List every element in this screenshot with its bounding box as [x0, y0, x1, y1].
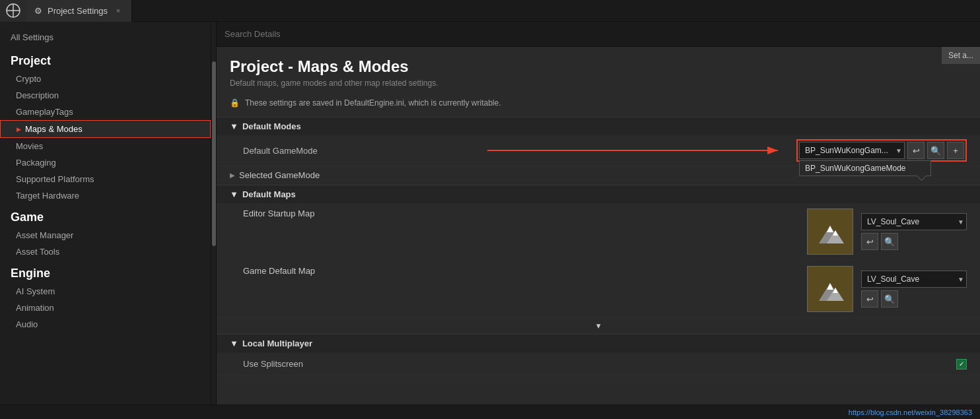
gamemode-dropdown[interactable]: BP_SunWuKongGam... [799, 142, 905, 159]
lock-icon: 🔒 [230, 98, 240, 108]
gamemode-dropdown-wrapper: BP_SunWuKongGam... ▼ [799, 142, 905, 159]
gear-icon: ⚙ [34, 6, 42, 16]
app-logo [0, 0, 26, 22]
maps-collapse-icon: ▼ [230, 189, 238, 199]
editor-startup-map-row: Editor Startup Map [217, 203, 980, 261]
status-bar: https://blog.csdn.net/weixin_38298363 [0, 404, 980, 419]
sidebar-item-supported-platforms[interactable]: Supported Platforms [0, 171, 211, 187]
search-bar [217, 22, 980, 47]
sidebar-item-maps-modes[interactable]: Maps & Modes [0, 120, 211, 138]
local-multiplayer-section: ▼ Local Multiplayer Use Splitscreen ✓ [217, 334, 980, 376]
settings-notice: 🔒 These settings are saved in DefaultEng… [230, 94, 967, 112]
game-default-map-thumbnail [807, 266, 853, 312]
game-default-dropdown-wrapper: LV_Soul_Cave ▼ [861, 271, 967, 288]
gamemode-tooltip: BP_SunWuKongGameMode [799, 160, 931, 176]
default-gamemode-control: BP_SunWuKongGam... ▼ BP_SunWuKongGameMod… [796, 139, 967, 162]
sidebar-item-target-hardware[interactable]: Target Hardware [0, 187, 211, 204]
main-layout: All Settings Project Crypto Description … [0, 22, 980, 404]
sidebar-section-engine: Engine [0, 260, 211, 283]
section-label: Default Modes [242, 121, 301, 131]
use-splitscreen-label: Use Splitscreen [230, 359, 956, 369]
expand-arrow-icon: ▶ [230, 172, 235, 179]
sidebar-item-packaging[interactable]: Packaging [0, 154, 211, 171]
editor-startup-map-label: Editor Startup Map [230, 209, 807, 218]
editor-startup-map-actions: ↩ 🔍 [861, 233, 967, 250]
default-modes-section: ▼ Default Modes Default GameMode [217, 117, 980, 185]
sidebar-section-game: Game [0, 204, 211, 227]
sidebar: All Settings Project Crypto Description … [0, 22, 211, 404]
selected-gamemode-label: Selected GameMode [239, 170, 320, 180]
editor-startup-map-controls: LV_Soul_Cave ▼ ↩ 🔍 [807, 209, 967, 255]
notice-text: These settings are saved in DefaultEngin… [245, 98, 501, 108]
sidebar-item-audio[interactable]: Audio [0, 316, 211, 333]
editor-startup-dropdown-wrapper: LV_Soul_Cave ▼ [861, 213, 967, 230]
game-default-map-label: Game Default Map [230, 266, 807, 276]
sidebar-item-crypto[interactable]: Crypto [0, 71, 211, 87]
local-multiplayer-header: ▼ Local Multiplayer [217, 335, 980, 352]
content-scroll: Project - Maps & Modes Default maps, gam… [217, 47, 980, 404]
default-gamemode-row: Default GameMode [217, 135, 980, 166]
sidebar-item-ai-system[interactable]: AI System [0, 283, 211, 300]
maps-expand-row[interactable]: ▾ [217, 318, 980, 334]
game-default-map-row: Game Default Map [217, 261, 980, 318]
sidebar-item-description[interactable]: Description [0, 87, 211, 104]
tab-close-button[interactable]: × [113, 5, 123, 16]
game-default-map-controls: LV_Soul_Cave ▼ ↩ 🔍 [807, 266, 967, 312]
section-collapse-icon: ▼ [230, 121, 238, 131]
editor-startup-map-col: LV_Soul_Cave ▼ ↩ 🔍 [861, 213, 967, 250]
set-default-button[interactable]: Set a... [942, 47, 980, 64]
editor-startup-map-dropdown[interactable]: LV_Soul_Cave [861, 213, 967, 230]
editor-startup-reset-button[interactable]: ↩ [861, 233, 878, 250]
game-default-map-actions: ↩ 🔍 [861, 290, 967, 307]
sidebar-item-animation[interactable]: Animation [0, 300, 211, 316]
project-settings-tab[interactable]: ⚙ Project Settings × [26, 0, 132, 22]
use-splitscreen-control: ✓ [956, 359, 967, 370]
default-maps-header: ▼ Default Maps [217, 185, 980, 203]
content-header: Project - Maps & Modes Default maps, gam… [217, 47, 980, 117]
gamemode-search-button[interactable]: 🔍 [927, 142, 944, 159]
editor-startup-map-thumbnail [807, 209, 853, 255]
game-default-reset-button[interactable]: ↩ [861, 290, 878, 307]
search-input[interactable] [225, 29, 972, 39]
page-subtitle: Default maps, game modes and other map r… [230, 79, 967, 88]
game-default-map-dropdown[interactable]: LV_Soul_Cave [861, 271, 967, 288]
game-default-map-col: LV_Soul_Cave ▼ ↩ 🔍 [861, 271, 967, 307]
all-settings-link[interactable]: All Settings [0, 27, 211, 48]
multiplayer-collapse-icon: ▼ [230, 338, 238, 348]
maps-section-label: Default Maps [242, 189, 296, 199]
sidebar-scrollbar[interactable] [211, 22, 217, 404]
page-title: Project - Maps & Modes [230, 57, 967, 76]
status-url: https://blog.csdn.net/weixin_38298363 [849, 408, 972, 416]
sidebar-item-asset-manager[interactable]: Asset Manager [0, 227, 211, 243]
sidebar-item-asset-tools[interactable]: Asset Tools [0, 243, 211, 260]
default-maps-section: ▼ Default Maps Editor Startup Map [217, 185, 980, 334]
title-bar: ⚙ Project Settings × [0, 0, 980, 22]
editor-startup-search-button[interactable]: 🔍 [881, 233, 898, 250]
maps-expand-icon: ▾ [596, 321, 601, 331]
gamemode-dropdown-box: BP_SunWuKongGam... ▼ BP_SunWuKongGameMod… [796, 139, 967, 162]
red-arrow-annotation [487, 144, 791, 157]
sidebar-item-gameplaytags[interactable]: GameplayTags [0, 104, 211, 120]
gamemode-dropdown-popup: BP_SunWuKongGam... ▼ BP_SunWuKongGameMod… [799, 142, 905, 159]
sidebar-section-project: Project [0, 48, 211, 71]
mountain-svg [812, 214, 848, 249]
tab-label: Project Settings [48, 6, 108, 16]
sidebar-item-movies[interactable]: Movies [0, 138, 211, 154]
multiplayer-section-label: Local Multiplayer [242, 338, 312, 348]
gamemode-add-button[interactable]: + [947, 142, 964, 159]
use-splitscreen-row: Use Splitscreen ✓ [217, 352, 980, 376]
default-modes-header: ▼ Default Modes [217, 117, 980, 135]
default-gamemode-label: Default GameMode [230, 146, 487, 156]
gamemode-reset-button[interactable]: ↩ [907, 142, 925, 159]
content-area: Project - Maps & Modes Default maps, gam… [217, 22, 980, 404]
use-splitscreen-checkbox[interactable]: ✓ [956, 359, 967, 370]
game-mountain-svg [812, 271, 848, 307]
game-default-search-button[interactable]: 🔍 [881, 290, 898, 307]
